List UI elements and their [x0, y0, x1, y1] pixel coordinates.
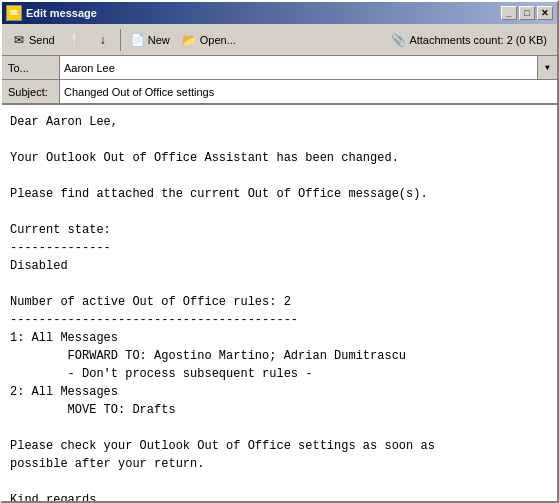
to-label[interactable]: To... [2, 56, 60, 79]
window-title: Edit message [26, 7, 97, 19]
send-icon: ✉ [11, 32, 27, 48]
minimize-button[interactable]: _ [501, 6, 517, 20]
maximize-button[interactable]: □ [519, 6, 535, 20]
close-button[interactable]: ✕ [537, 6, 553, 20]
toolbar: ✉ Send ❕ ↓ 📄 New 📂 Open... 📎 Attachments… [2, 24, 557, 56]
window-icon: ✉ [6, 5, 22, 21]
priority-low-button[interactable]: ↓ [90, 27, 116, 53]
priority-icon: ❕ [67, 32, 83, 48]
toolbar-separator-1 [120, 29, 121, 51]
attachments-text: Attachments count: 2 (0 KB) [409, 34, 547, 46]
send-button[interactable]: ✉ Send [6, 27, 60, 53]
body-area [2, 104, 557, 501]
priority-high-button[interactable]: ❕ [62, 27, 88, 53]
to-input[interactable] [60, 56, 537, 79]
open-icon: 📂 [182, 32, 198, 48]
new-button[interactable]: 📄 New [125, 27, 175, 53]
edit-message-window: ✉ Edit message _ □ ✕ ✉ Send ❕ ↓ 📄 New 📂 … [0, 0, 559, 503]
subject-input[interactable] [60, 80, 557, 103]
down-icon: ↓ [95, 32, 111, 48]
subject-label: Subject: [2, 80, 60, 103]
attachments-count: 📎 Attachments count: 2 (0 KB) [385, 31, 553, 49]
new-label: New [148, 34, 170, 46]
send-label: Send [29, 34, 55, 46]
title-bar-buttons: _ □ ✕ [501, 6, 553, 20]
title-bar: ✉ Edit message _ □ ✕ [2, 2, 557, 24]
open-button[interactable]: 📂 Open... [177, 27, 241, 53]
title-bar-left: ✉ Edit message [6, 5, 97, 21]
to-field-row: To... ▼ [2, 56, 557, 80]
body-textarea[interactable] [2, 105, 557, 501]
fields-area: To... ▼ Subject: [2, 56, 557, 104]
open-label: Open... [200, 34, 236, 46]
attach-icon: 📎 [391, 33, 406, 47]
subject-field-row: Subject: [2, 80, 557, 104]
to-dropdown-button[interactable]: ▼ [537, 56, 557, 79]
new-icon: 📄 [130, 32, 146, 48]
